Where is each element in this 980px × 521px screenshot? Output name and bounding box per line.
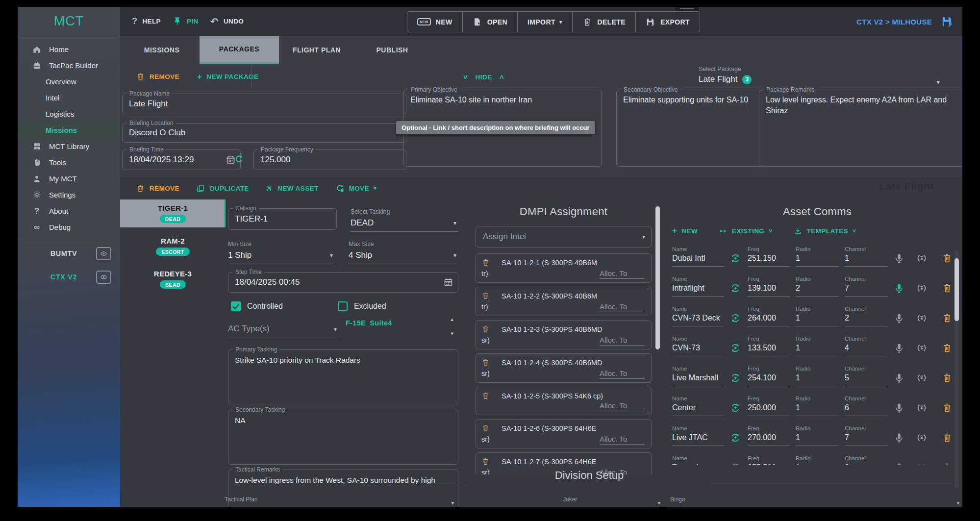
sidebar-item-missions[interactable]: Missions — [18, 122, 120, 138]
mic-icon[interactable] — [894, 359, 916, 389]
controlled-checkbox[interactable]: Controlled — [231, 301, 283, 311]
delete-button[interactable]: DELETE — [572, 12, 635, 32]
package-name-field[interactable]: Package Name Late Flight — [122, 94, 406, 114]
trash-icon[interactable] — [481, 258, 490, 267]
import-button[interactable]: IMPORT ▾ — [517, 12, 572, 32]
comm-radio-input[interactable]: 1 — [796, 403, 839, 416]
sync-time-icon[interactable] — [233, 153, 245, 165]
comm-freq-input[interactable]: 133.500 — [748, 344, 790, 356]
listen-icon[interactable] — [916, 389, 942, 419]
comm-name-input[interactable]: Live Marshall — [672, 373, 724, 386]
tactical-remarks-field[interactable]: Tactical Remarks Low-level ingress from … — [228, 470, 458, 507]
context-row-ctx-v2[interactable]: CTX V2 — [18, 267, 120, 287]
mic-icon[interactable] — [894, 419, 916, 449]
comm-radio-input[interactable]: 1 — [796, 373, 839, 386]
move-asset-button[interactable]: MOVE ▾ — [335, 184, 377, 193]
undo-button[interactable]: ↶ UNDO — [210, 18, 244, 25]
scrollbar-thumb[interactable] — [655, 206, 660, 349]
comm-freq-input[interactable]: 250.000 — [748, 403, 790, 416]
secondary-tasking-field[interactable]: Secondary Tasking NA — [228, 410, 458, 465]
listen-icon[interactable] — [916, 329, 942, 359]
comm-name-input[interactable]: CVN-73 — [672, 344, 724, 356]
comm-radio-input[interactable]: 1 — [796, 463, 839, 465]
min-size-dropdown[interactable]: Min Size 1 Ship ▾ — [228, 241, 335, 264]
new-package-button[interactable]: + NEW PACKAGE — [197, 72, 258, 82]
ac-types-dropdown[interactable]: AC Type(s) ▾ — [228, 324, 340, 338]
comm-freq-input[interactable]: 139.100 — [748, 284, 790, 297]
listen-icon[interactable] — [916, 240, 942, 270]
calendar-icon[interactable] — [443, 277, 453, 288]
scroll-down-icon[interactable]: ▾ — [957, 500, 959, 506]
comm-name-input[interactable]: Dubai Intl — [672, 254, 724, 267]
delete-comm-icon[interactable] — [942, 359, 962, 389]
excluded-checkbox[interactable]: Excluded — [338, 301, 386, 311]
remove-package-button[interactable]: REMOVE — [136, 72, 179, 81]
sidebar-item-my-mct[interactable]: My MCT — [18, 171, 120, 187]
dmpi-item[interactable]: SA-10 1-2-5 (S-300PS 54K6 cp) Alloc. To — [476, 387, 652, 415]
dmpi-item[interactable]: SA-10 1-2-6 (S-300PS 64H6E sr) Alloc. To — [476, 419, 652, 448]
comm-freq-input[interactable]: 257.500 — [748, 463, 790, 465]
pin-button[interactable]: PIN — [173, 17, 199, 26]
comm-channel-input[interactable]: 7 — [845, 284, 888, 297]
selected-ac-type[interactable]: F-15E_Suite4 — [346, 319, 392, 327]
sidebar-item-overview[interactable]: Overview — [18, 74, 120, 90]
tune-sync-icon[interactable] — [730, 359, 748, 389]
comm-channel-input[interactable]: 1 — [845, 254, 888, 267]
select-tasking-dropdown[interactable]: Select Tasking DEAD ▾ — [351, 208, 458, 232]
asset-list-item-ram-2[interactable]: RAM-2 ESCORT — [120, 232, 226, 260]
comm-channel-input[interactable]: 7 — [845, 433, 888, 446]
mic-icon[interactable] — [894, 389, 916, 419]
comm-freq-input[interactable]: 264.000 — [748, 314, 790, 326]
dmpi-item[interactable]: SA-10 1-2-4 (S-300PS 40B6MD sr) Alloc. T… — [476, 353, 652, 383]
mic-icon[interactable] — [894, 449, 916, 465]
tab-missions[interactable]: MISSIONS — [124, 36, 200, 64]
comms-existing-button[interactable]: EXISTING ˅ — [718, 226, 773, 236]
comm-name-input[interactable]: Intraflight — [672, 284, 724, 297]
comm-channel-input[interactable]: 5 — [845, 373, 888, 386]
alloc-to-input[interactable]: Alloc. To — [600, 336, 645, 346]
comm-radio-input[interactable]: 2 — [796, 284, 839, 297]
delete-comm-icon[interactable] — [942, 270, 962, 299]
help-button[interactable]: ? HELP — [132, 16, 161, 26]
trash-icon[interactable] — [481, 424, 490, 432]
tune-sync-icon[interactable] — [730, 299, 748, 329]
step-time-field[interactable]: Step Time 18/04/2025 00:45 — [228, 272, 458, 293]
dmpi-item[interactable]: SA-10 1-2-3 (S-300PS 40B6MD sr) Alloc. T… — [476, 320, 652, 349]
tab-publish[interactable]: PUBLISH — [354, 36, 430, 64]
comm-channel-input[interactable]: 6 — [845, 403, 888, 416]
trash-icon[interactable] — [481, 457, 490, 466]
comm-channel-input[interactable]: 4 — [845, 344, 888, 356]
sidebar-item-intel[interactable]: Intel — [18, 90, 120, 106]
max-size-dropdown[interactable]: Max Size 4 Ship ▾ — [349, 241, 458, 264]
ac-type-spinner[interactable]: ▴ ▾ — [451, 316, 453, 337]
trash-icon[interactable] — [481, 325, 490, 333]
comms-scrollbar[interactable] — [955, 250, 959, 489]
listen-icon[interactable] — [916, 449, 942, 465]
package-frequency-field[interactable]: Package Frequency 125.000 — [253, 149, 406, 170]
tune-sync-icon[interactable] — [730, 329, 748, 359]
listen-icon[interactable] — [916, 299, 942, 329]
delete-comm-icon[interactable] — [942, 329, 962, 359]
new-button[interactable]: NEW NEW — [407, 12, 462, 32]
tune-sync-icon[interactable] — [730, 389, 748, 419]
sidebar-item-logistics[interactable]: Logistics — [18, 106, 120, 122]
listen-icon[interactable] — [916, 359, 942, 389]
asset-list-item-redeye-3[interactable]: REDEYE-3 SEAD — [120, 265, 226, 293]
primary-tasking-field[interactable]: Primary Tasking Strike SA-10 priority on… — [228, 349, 458, 404]
eye-icon[interactable] — [96, 271, 111, 284]
listen-icon[interactable] — [916, 270, 942, 299]
scrollbar-thumb[interactable] — [955, 258, 959, 321]
listen-icon[interactable] — [916, 419, 942, 449]
trash-icon[interactable] — [481, 292, 490, 300]
trash-icon[interactable] — [481, 358, 490, 367]
comm-name-input[interactable]: Tower 1 — [672, 463, 724, 465]
breadcrumb-context[interactable]: CTX V2 > MILHOUSE — [856, 17, 932, 25]
tab-packages[interactable]: PACKAGES — [200, 36, 279, 64]
comm-channel-input[interactable]: 2 — [845, 463, 888, 465]
new-asset-button[interactable]: ✈ NEW ASSET — [266, 183, 319, 194]
dmpi-scrollbar[interactable] — [655, 203, 660, 487]
mic-icon-active[interactable] — [894, 270, 916, 299]
comm-name-input[interactable]: Live JTAC — [672, 433, 724, 446]
briefing-time-field[interactable]: Briefing Time 18/04/2025 13:29 — [122, 149, 241, 170]
alloc-to-input[interactable]: Alloc. To — [600, 269, 645, 279]
